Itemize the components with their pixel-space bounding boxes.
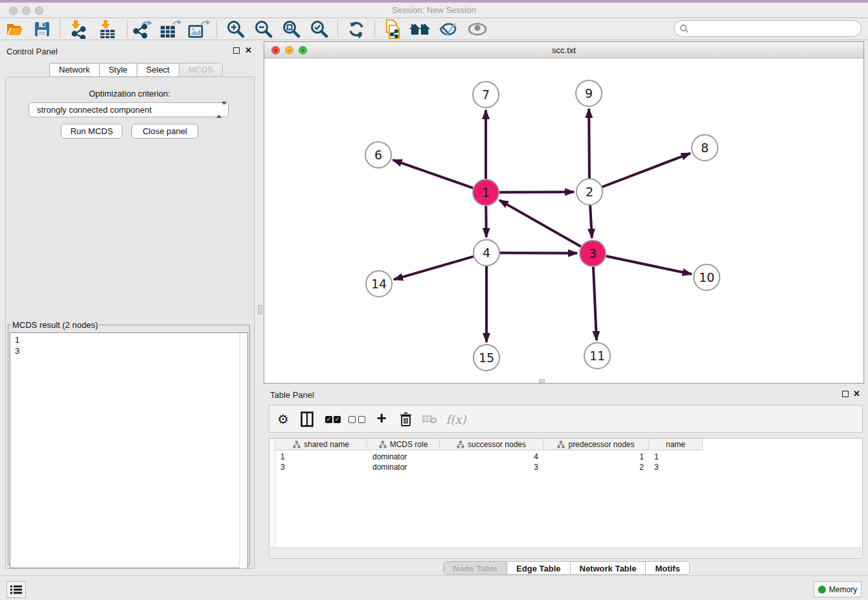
apply-style-button[interactable] xyxy=(437,19,459,39)
add-column-button[interactable]: + xyxy=(371,410,392,429)
gear-icon: ⚙ xyxy=(277,411,289,427)
column-header-name[interactable]: name xyxy=(649,439,703,450)
svg-text:1: 1 xyxy=(482,185,490,200)
svg-text:11: 11 xyxy=(589,349,605,363)
checked-box-icon: ✓ xyxy=(334,416,341,423)
criterion-dropdown[interactable]: strongly connected component xyxy=(29,102,229,117)
graph-node-7[interactable]: 7 xyxy=(473,82,499,108)
tab-motifs[interactable]: Motifs xyxy=(646,562,689,574)
graph-node-4[interactable]: 4 xyxy=(474,240,499,266)
graph-node-14[interactable]: 14 xyxy=(366,271,392,297)
mcds-result-text[interactable]: 1 3 xyxy=(10,332,248,568)
result-scrollbar[interactable] xyxy=(239,334,247,568)
export-table-button[interactable] xyxy=(159,19,181,39)
graph-node-11[interactable]: 11 xyxy=(584,343,610,369)
open-session-button[interactable] xyxy=(4,19,26,39)
control-panel-tabs: Network Style Select MCDS xyxy=(49,63,223,77)
graph-edge-3-1[interactable] xyxy=(499,200,581,247)
export-table-icon xyxy=(159,19,181,39)
toolbar-separator xyxy=(374,20,375,38)
table-float-icon[interactable] xyxy=(842,391,849,397)
graph-node-10[interactable]: 10 xyxy=(694,264,720,290)
column-header-predecessor-nodes[interactable]: predecessor nodes xyxy=(543,439,649,450)
session-title: Session: New Session xyxy=(0,5,868,15)
tab-select[interactable]: Select xyxy=(137,63,179,77)
search-input[interactable] xyxy=(674,20,862,37)
graph-edge-4-3[interactable] xyxy=(500,253,577,253)
column-header-mcds-role[interactable]: MCDS role xyxy=(367,439,440,450)
graph-node-15[interactable]: 15 xyxy=(474,345,499,371)
select-all-button[interactable]: ✓✓ xyxy=(323,410,343,429)
tab-node-table[interactable]: Node Table xyxy=(444,562,507,574)
graph-edge-2-9[interactable] xyxy=(589,109,589,178)
graph-edge-2-8[interactable] xyxy=(602,154,691,187)
delete-table-button[interactable] xyxy=(419,410,440,429)
zoom-out-button[interactable] xyxy=(252,19,274,39)
table-panel-title: Table Panel xyxy=(270,390,314,400)
zoom-fit-button[interactable] xyxy=(280,19,302,39)
show-hide-graphics-button[interactable] xyxy=(466,19,488,39)
network-canvas[interactable]: 7968124314101511 xyxy=(264,58,863,383)
home-layout-button[interactable] xyxy=(409,19,431,39)
column-layout-button[interactable] xyxy=(297,410,317,429)
function-builder-button[interactable]: f(x) xyxy=(442,410,470,429)
graph-edge-4-14[interactable] xyxy=(394,257,474,280)
table-horizontal-scrollbar[interactable] xyxy=(270,548,862,557)
clone-network-icon xyxy=(382,19,402,40)
graph-node-3[interactable]: 3 xyxy=(580,240,606,266)
clone-network-button[interactable] xyxy=(381,19,403,39)
refresh-view-button[interactable] xyxy=(345,19,367,39)
import-network-button[interactable] xyxy=(67,19,89,39)
tab-network-table[interactable]: Network Table xyxy=(571,562,646,574)
tab-style[interactable]: Style xyxy=(99,63,137,77)
graph-edge-1-4[interactable] xyxy=(486,206,486,237)
graph-node-8[interactable]: 8 xyxy=(692,135,718,161)
graph-node-2[interactable]: 2 xyxy=(577,179,602,205)
cell-predecessor-nodes: 1 xyxy=(543,452,649,462)
graph-edge-1-2[interactable] xyxy=(499,192,574,192)
panel-divider-handle[interactable] xyxy=(258,305,262,314)
table-panel-header: Table Panel ✕ xyxy=(269,389,863,402)
table-close-icon[interactable]: ✕ xyxy=(853,389,860,398)
deselect-all-button[interactable] xyxy=(347,410,367,429)
tab-mcds[interactable]: MCDS xyxy=(179,63,223,77)
export-network-button[interactable] xyxy=(131,19,153,39)
column-header-successor-nodes[interactable]: successor nodes xyxy=(440,439,543,450)
network-window-titlebar[interactable]: × − + scc.txt xyxy=(264,42,863,58)
trash-icon xyxy=(400,412,412,427)
unchecked-box-icon xyxy=(358,416,365,423)
svg-text:8: 8 xyxy=(701,141,709,155)
cell-mcds-role: dominator xyxy=(367,462,440,472)
graph-node-9[interactable]: 9 xyxy=(576,80,602,106)
graph-node-6[interactable]: 6 xyxy=(365,142,391,168)
delete-column-button[interactable] xyxy=(395,410,416,429)
table-row[interactable]: 1 dominator 4 1 1 xyxy=(275,452,703,462)
tab-network[interactable]: Network xyxy=(49,63,99,77)
import-table-button[interactable] xyxy=(97,19,119,39)
canvas-resize-handle[interactable] xyxy=(539,379,545,383)
graph-edge-3-10[interactable] xyxy=(606,256,692,274)
save-icon xyxy=(34,21,51,38)
cell-name: 3 xyxy=(649,462,703,472)
table-row[interactable]: 3 dominator 3 2 3 xyxy=(275,462,703,472)
zoom-in-button[interactable] xyxy=(224,19,246,39)
save-session-button[interactable] xyxy=(31,19,53,39)
column-header-shared-name[interactable]: shared name xyxy=(275,439,367,450)
graph-edge-1-6[interactable] xyxy=(393,160,474,188)
run-mcds-button[interactable]: Run MCDS xyxy=(61,124,122,139)
zoom-selected-button[interactable] xyxy=(308,19,330,39)
memory-label: Memory xyxy=(829,585,857,594)
export-image-button[interactable] xyxy=(188,19,210,39)
graph-edge-3-11[interactable] xyxy=(593,267,597,340)
node-table: shared name MCDS role successor nodes pr… xyxy=(269,438,863,559)
table-settings-button[interactable]: ⚙ xyxy=(273,410,293,429)
float-panel-icon[interactable] xyxy=(233,47,240,54)
memory-button[interactable]: Memory xyxy=(814,581,862,597)
task-history-button[interactable] xyxy=(6,581,26,598)
graph-edge-2-3[interactable] xyxy=(590,205,592,238)
toolbar-separator xyxy=(60,20,60,38)
tab-edge-table[interactable]: Edge Table xyxy=(507,562,570,574)
close-panel-icon[interactable]: ✕ xyxy=(245,45,252,55)
graph-node-1[interactable]: 1 xyxy=(473,179,499,205)
close-panel-button[interactable]: Close panel xyxy=(131,124,198,139)
